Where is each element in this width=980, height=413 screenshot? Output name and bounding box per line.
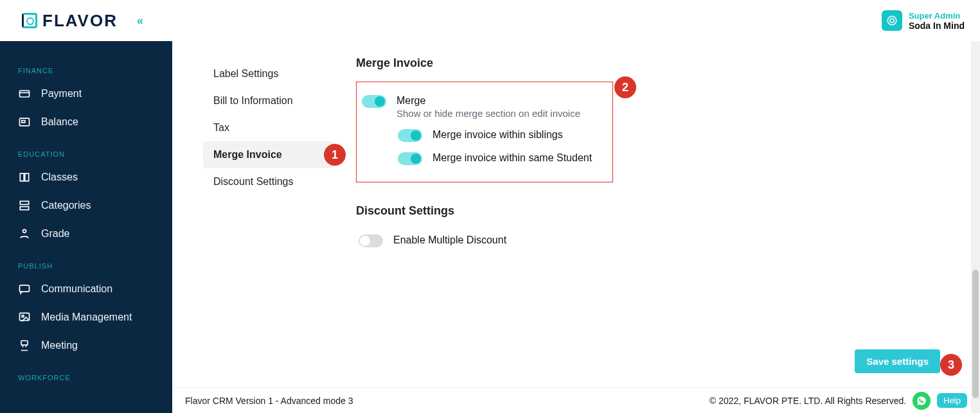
subnav-tax[interactable]: Tax xyxy=(203,114,334,141)
logo-icon xyxy=(22,13,37,28)
subnav-discount-settings[interactable]: Discount Settings xyxy=(203,168,334,195)
annotation-badge-1: 1 xyxy=(324,144,346,166)
media-icon xyxy=(18,311,31,324)
sidebar-item-label: Payment xyxy=(41,88,82,100)
sidebar-item-label: Meeting xyxy=(41,340,78,351)
nav-section-workforce: WORKFORCE xyxy=(0,369,172,387)
sidebar-item-label: Grade xyxy=(41,228,69,240)
svg-point-8 xyxy=(23,229,26,233)
footer-version: Flavor CRM Version 1 - Advanced mode 3 xyxy=(185,396,353,406)
sidebar-item-payment[interactable]: Payment xyxy=(0,80,172,108)
merge-siblings-toggle[interactable] xyxy=(398,129,422,142)
whatsapp-icon[interactable] xyxy=(913,392,931,410)
sidebar-item-communication[interactable]: Communication xyxy=(0,275,172,303)
sidebar-collapse-button[interactable]: « xyxy=(137,14,141,28)
app-header: FLAVOR « Super Admin Soda In Mind xyxy=(0,0,980,41)
brand-logo[interactable]: FLAVOR xyxy=(22,11,118,31)
nav-section-publish: PUBLISH xyxy=(0,257,172,275)
sidebar-item-classes[interactable]: Classes xyxy=(0,163,172,191)
sidebar-item-categories[interactable]: Categories xyxy=(0,191,172,220)
help-button[interactable]: Help xyxy=(937,393,967,408)
svg-rect-7 xyxy=(20,207,28,210)
merge-toggle-desc: Show or hide merge section on edit invoi… xyxy=(396,108,580,119)
settings-subnav: Label Settings Bill to Information Tax M… xyxy=(189,41,348,387)
sidebar-item-label: Communication xyxy=(41,283,112,295)
grade-icon xyxy=(18,227,31,240)
sidebar-item-label: Categories xyxy=(41,200,91,211)
user-name: Soda In Mind xyxy=(909,21,965,31)
merge-toggle[interactable] xyxy=(362,95,386,108)
user-menu[interactable]: Super Admin Soda In Mind xyxy=(882,10,965,31)
merge-invoice-settings-box: Merge Show or hide merge section on edit… xyxy=(356,82,613,182)
nav-section-finance: FINANCE xyxy=(0,62,172,80)
discount-settings-title: Discount Settings xyxy=(356,204,940,218)
svg-point-0 xyxy=(887,16,896,25)
svg-rect-5 xyxy=(22,121,25,123)
sidebar: FINANCE Payment Balance EDUCATION Classe… xyxy=(0,41,172,413)
svg-point-11 xyxy=(22,315,24,317)
footer-copyright: © 2022, FLAVOR PTE. LTD. All Rights Rese… xyxy=(709,396,906,406)
svg-rect-9 xyxy=(20,285,30,292)
svg-point-1 xyxy=(890,19,894,22)
enable-multiple-discount-toggle[interactable] xyxy=(359,234,383,247)
footer-bar: Flavor CRM Version 1 - Advanced mode 3 ©… xyxy=(172,387,980,413)
user-role: Super Admin xyxy=(909,11,965,21)
sidebar-item-balance[interactable]: Balance xyxy=(0,108,172,136)
avatar-icon xyxy=(882,10,902,31)
annotation-badge-3: 3 xyxy=(940,354,962,376)
subnav-bill-to-info[interactable]: Bill to Information xyxy=(203,87,334,114)
chat-icon xyxy=(18,283,31,295)
merge-siblings-label: Merge invoice within siblings xyxy=(432,129,563,141)
merge-same-student-label: Merge invoice within same Student xyxy=(432,152,592,164)
merge-invoice-title: Merge Invoice xyxy=(356,57,940,70)
sidebar-item-media-management[interactable]: Media Management xyxy=(0,303,172,331)
settings-content: Merge Invoice 2 Merge Show or hide merge… xyxy=(348,41,963,387)
sidebar-item-meeting[interactable]: Meeting xyxy=(0,331,172,360)
enable-multiple-discount-label: Enable Multiple Discount xyxy=(393,234,506,246)
subnav-item-label: Merge Invoice xyxy=(213,149,282,160)
brand-name: FLAVOR xyxy=(42,11,118,31)
sidebar-item-label: Balance xyxy=(41,116,78,128)
merge-same-student-toggle[interactable] xyxy=(398,152,422,165)
folder-icon xyxy=(18,199,31,212)
sidebar-item-label: Media Management xyxy=(41,312,132,323)
scrollbar[interactable] xyxy=(971,0,980,413)
wallet-icon xyxy=(18,116,31,128)
sidebar-item-label: Classes xyxy=(41,171,78,183)
nav-section-education: EDUCATION xyxy=(0,145,172,163)
svg-rect-2 xyxy=(20,91,30,97)
subnav-merge-invoice[interactable]: Merge Invoice 1 xyxy=(203,141,334,168)
card-icon xyxy=(18,87,31,100)
sidebar-item-grade[interactable]: Grade xyxy=(0,220,172,248)
subnav-label-settings[interactable]: Label Settings xyxy=(203,60,334,87)
svg-rect-12 xyxy=(21,341,28,346)
merge-toggle-label: Merge xyxy=(396,95,580,107)
main-content: Label Settings Bill to Information Tax M… xyxy=(172,41,980,387)
annotation-badge-2: 2 xyxy=(614,76,636,98)
meeting-icon xyxy=(18,339,31,352)
book-icon xyxy=(18,171,31,184)
svg-rect-6 xyxy=(20,201,28,204)
save-settings-button[interactable]: Save settings xyxy=(855,349,940,373)
